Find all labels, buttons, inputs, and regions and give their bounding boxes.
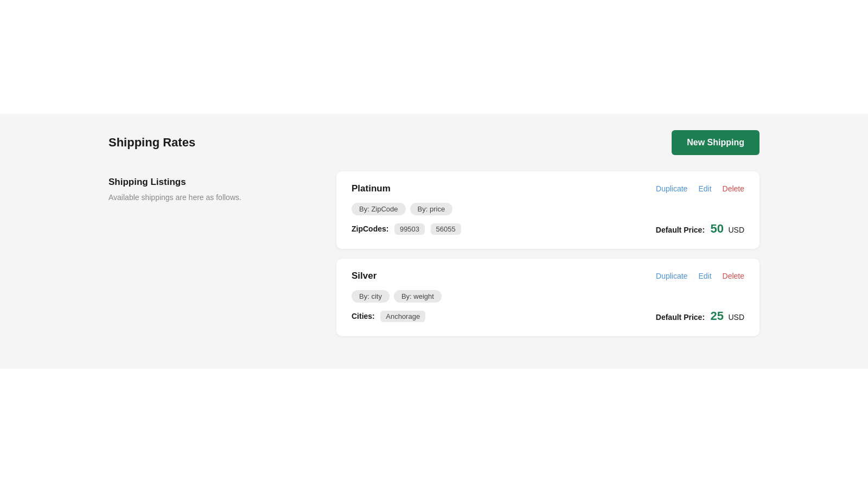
card-details-platinum: ZipCodes: 99503 56055 Default Price: 50 …: [352, 222, 744, 236]
card-actions-silver: Duplicate Edit Delete: [656, 272, 744, 280]
duplicate-button-platinum[interactable]: Duplicate: [656, 184, 687, 193]
card-actions-platinum: Duplicate Edit Delete: [656, 184, 744, 193]
tags-row-silver: By: city By: weight: [352, 290, 744, 303]
price-row-silver: Default Price: 25 USD: [656, 309, 744, 323]
shipping-listings-title: Shipping Listings: [108, 177, 315, 188]
location-row-platinum: ZipCodes: 99503 56055: [352, 224, 461, 234]
content-row: Shipping Listings Available shippings ar…: [108, 171, 760, 336]
shipping-card-platinum: Platinum Duplicate Edit Delete By: ZipCo…: [336, 171, 760, 249]
new-shipping-button[interactable]: New Shipping: [672, 130, 760, 155]
left-panel: Shipping Listings Available shippings ar…: [108, 171, 315, 202]
page-title: Shipping Rates: [108, 136, 195, 150]
location-label-silver: Cities:: [352, 312, 375, 320]
main-content: Shipping Rates New Shipping Shipping Lis…: [0, 114, 868, 369]
price-value-platinum: 50: [711, 222, 724, 235]
edit-button-platinum[interactable]: Edit: [698, 184, 711, 193]
card-header-silver: Silver Duplicate Edit Delete: [352, 271, 744, 281]
price-row-platinum: Default Price: 50 USD: [656, 222, 744, 236]
tag-zipcode-platinum: By: ZipCode: [352, 203, 406, 215]
shipping-card-silver: Silver Duplicate Edit Delete By: city By…: [336, 259, 760, 336]
tags-row-platinum: By: ZipCode By: price: [352, 203, 744, 215]
tag-city-silver: By: city: [352, 290, 390, 303]
price-value-silver: 25: [711, 309, 724, 323]
card-title-platinum: Platinum: [352, 183, 391, 194]
card-header-platinum: Platinum Duplicate Edit Delete: [352, 183, 744, 194]
price-label-platinum: Default Price:: [656, 226, 705, 234]
location-row-silver: Cities: Anchorage: [352, 311, 425, 321]
price-label-silver: Default Price:: [656, 313, 705, 322]
header-row: Shipping Rates New Shipping: [108, 130, 760, 155]
tag-weight-silver: By: weight: [394, 290, 442, 303]
bottom-white-area: [0, 369, 868, 488]
price-currency-platinum: USD: [728, 226, 744, 234]
tag-price-platinum: By: price: [410, 203, 453, 215]
card-details-silver: Cities: Anchorage Default Price: 25 USD: [352, 309, 744, 323]
card-title-silver: Silver: [352, 271, 376, 281]
zipcode-badge-1-platinum: 56055: [431, 223, 461, 235]
price-currency-silver: USD: [728, 313, 744, 322]
zipcode-badge-0-platinum: 99503: [394, 223, 425, 235]
shipping-listings-desc: Available shippings are here as follows.: [108, 193, 315, 202]
right-panel: Platinum Duplicate Edit Delete By: ZipCo…: [336, 171, 760, 336]
edit-button-silver[interactable]: Edit: [698, 272, 711, 280]
duplicate-button-silver[interactable]: Duplicate: [656, 272, 687, 280]
delete-button-silver[interactable]: Delete: [723, 272, 744, 280]
city-badge-silver: Anchorage: [380, 311, 425, 322]
location-label-platinum: ZipCodes:: [352, 224, 388, 233]
delete-button-platinum[interactable]: Delete: [723, 184, 744, 193]
